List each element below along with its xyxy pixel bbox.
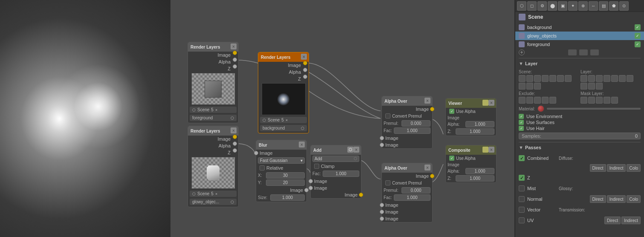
composite-node[interactable]: Composite × ✓ Use Alpha Image Alpha: 1.0… — [445, 145, 497, 183]
scene-grid-cell[interactable] — [534, 75, 541, 82]
add-node-menu[interactable]: ⬡ — [347, 147, 353, 153]
use-hair-row[interactable]: ✓ Use Hair — [519, 126, 641, 131]
render-layers-node-3[interactable]: Render Layers × Image Alpha Z ⬡ Scene — [188, 126, 239, 207]
node-close-btn[interactable]: × — [231, 43, 237, 49]
layer-grid-cell[interactable] — [611, 75, 618, 82]
combined-check[interactable]: ✓ — [519, 155, 525, 161]
node-footer[interactable]: ⬡ Scene 5 × — [190, 107, 237, 113]
rtb-settings-btn[interactable]: ⚙ — [537, 1, 547, 11]
uv-check[interactable] — [519, 217, 525, 223]
blur-close[interactable]: × — [299, 142, 305, 147]
scene-item-foreground[interactable]: foreground ✓ — [515, 40, 644, 49]
layer-section-header[interactable]: ▼ Layer — [515, 59, 644, 68]
normal-check[interactable] — [519, 196, 525, 202]
layer-grid-cell[interactable] — [596, 75, 603, 82]
viewer-alpha-field[interactable]: Alpha: 1.000 — [448, 121, 494, 127]
layer-grid-cell[interactable] — [604, 75, 610, 82]
vector-check[interactable] — [519, 207, 525, 213]
normal-indirect-btn[interactable]: Indirect — [607, 195, 626, 203]
scene-item-check-foreground[interactable]: ✓ — [635, 41, 641, 47]
composite-z-field[interactable]: Z: 1.000 — [448, 175, 494, 182]
add-close[interactable]: × — [353, 147, 359, 153]
layer-grid-cell[interactable] — [588, 75, 595, 82]
normal-direct-btn[interactable]: Direct — [590, 195, 606, 203]
alpha-over-node-1[interactable]: Alpha Over × Image Convert Premul Premul… — [381, 96, 433, 149]
composite-alpha-field[interactable]: Alpha: 1.000 — [448, 168, 494, 174]
use-env-row[interactable]: ✓ Use Environment — [519, 114, 641, 119]
alpha-over-1-convert-premul[interactable]: Convert Premul — [382, 113, 432, 119]
passes-section-header[interactable]: ▼ Passes — [515, 143, 644, 152]
render-layers-node-2[interactable]: Render Layers × Image Alpha Z ⬡ Scene — [258, 52, 309, 133]
rtb-scene-btn[interactable]: ⬡ — [517, 1, 526, 11]
node-footer-scene[interactable]: ⬡ Scene 5 × — [260, 117, 307, 123]
scene-dropdown-3[interactable]: glowy_objec... ⬡ — [190, 199, 237, 205]
layer-grid-cell[interactable] — [596, 83, 603, 90]
mask-grid-cell[interactable] — [588, 97, 595, 104]
exclude-grid-cell[interactable] — [542, 97, 549, 104]
scene-grid-cell[interactable] — [542, 75, 549, 82]
mask-grid-cell[interactable] — [580, 97, 587, 104]
use-surfaces-check[interactable]: ✓ — [519, 120, 524, 125]
node-close-btn[interactable]: × — [301, 54, 307, 60]
scene-dropdown-2[interactable]: background ⬡ — [260, 125, 307, 131]
alpha-over-2-convert-premul[interactable]: Convert Premul — [382, 179, 432, 186]
scene-add-btn[interactable]: + — [519, 49, 525, 55]
alpha-over-1-premul-field[interactable]: Premul: 0.000 — [384, 120, 430, 127]
exclude-grid-cell[interactable] — [534, 97, 541, 104]
viewer-use-alpha[interactable]: ✓ Use Alpha — [446, 108, 496, 115]
blur-type-dropdown[interactable]: Fast Gaussian ▾ — [258, 157, 305, 164]
scene-grid-cell[interactable] — [557, 75, 564, 82]
blur-y-field[interactable]: Y: 20 — [258, 179, 305, 186]
add-node[interactable]: Add ⬡ × Add ⬡ Clamp Fac: 1.000 — [310, 145, 361, 199]
rtb-physics-btn[interactable]: ⊕ — [578, 1, 588, 11]
layer-grid-cell[interactable] — [588, 83, 595, 90]
blur-relative-check[interactable]: Relative — [256, 165, 306, 171]
node-footer-scene3[interactable]: ⬡ Scene 5 × — [190, 191, 237, 197]
scene-grid-cell[interactable] — [549, 75, 556, 82]
viewer-z-field[interactable]: Z: 1.000 — [448, 128, 494, 135]
rtb-particle-btn[interactable]: ✦ — [568, 1, 578, 11]
z-check[interactable]: ✓ — [519, 175, 525, 181]
exclude-grid-cell[interactable] — [549, 97, 556, 104]
scene-up-btn[interactable] — [568, 49, 577, 55]
viewer-close[interactable]: × — [488, 100, 494, 106]
scene-grid-cell[interactable] — [526, 75, 533, 82]
rtb-texture-btn[interactable]: ⊙ — [619, 1, 629, 11]
layer-grid-cell[interactable] — [619, 75, 626, 82]
exclude-grid-cell[interactable] — [526, 97, 533, 104]
use-surfaces-row[interactable]: ✓ Use Surfaces — [519, 120, 641, 125]
mask-grid-cell[interactable] — [596, 97, 603, 104]
layer-grid-cell[interactable] — [580, 75, 587, 82]
node-close-btn[interactable]: × — [231, 127, 237, 133]
blur-size-field[interactable]: Size: 1.000 — [258, 194, 305, 201]
rtb-material-btn[interactable]: ⬟ — [609, 1, 618, 11]
uv-direct-btn[interactable]: Direct — [604, 217, 621, 224]
scene-grid-cell[interactable] — [519, 83, 526, 90]
scene-item-check-glowy[interactable]: ✓ — [635, 33, 641, 39]
rtb-data-btn[interactable]: ▤ — [599, 1, 608, 11]
alpha-over-node-2[interactable]: Alpha Over × Image Convert Premul Premul… — [381, 163, 433, 223]
scene-grid-cell[interactable] — [565, 75, 572, 82]
render-layers-node-1[interactable]: Render Layers × Image Alpha Z ⬡ Scene — [188, 42, 239, 123]
mask-grid-cell[interactable] — [611, 97, 618, 104]
alpha-over-2-fac-field[interactable]: Fac: 1.000 — [384, 194, 430, 201]
material-dropdown[interactable] — [547, 108, 641, 110]
composite-use-alpha[interactable]: ✓ Use Alpha — [446, 155, 496, 162]
layer-grid-cell[interactable] — [580, 83, 587, 90]
rtb-object-btn[interactable]: ▣ — [558, 1, 567, 11]
alpha-over-2-close[interactable]: × — [425, 165, 430, 171]
scene-down-btn[interactable] — [579, 49, 588, 55]
use-hair-check[interactable]: ✓ — [519, 126, 524, 131]
rtb-render-btn[interactable]: ◻ — [527, 1, 537, 11]
scene-grid-cell[interactable] — [526, 83, 533, 90]
add-clamp-check[interactable]: Clamp — [311, 163, 361, 170]
composite-close[interactable]: × — [488, 147, 494, 153]
rtb-world-btn[interactable]: ⬤ — [548, 1, 557, 11]
mask-grid-cell[interactable] — [604, 97, 610, 104]
blur-x-field[interactable]: X: 30 — [258, 172, 305, 179]
scene-grid-cell[interactable] — [519, 75, 526, 82]
uv-indirect-btn[interactable]: Indirect — [621, 217, 641, 224]
add-type-dropdown[interactable]: Add ⬡ — [312, 156, 359, 162]
alpha-over-2-premul-field[interactable]: Premul: 0.000 — [384, 187, 430, 194]
combined-color-btn[interactable]: Colo — [627, 164, 641, 172]
